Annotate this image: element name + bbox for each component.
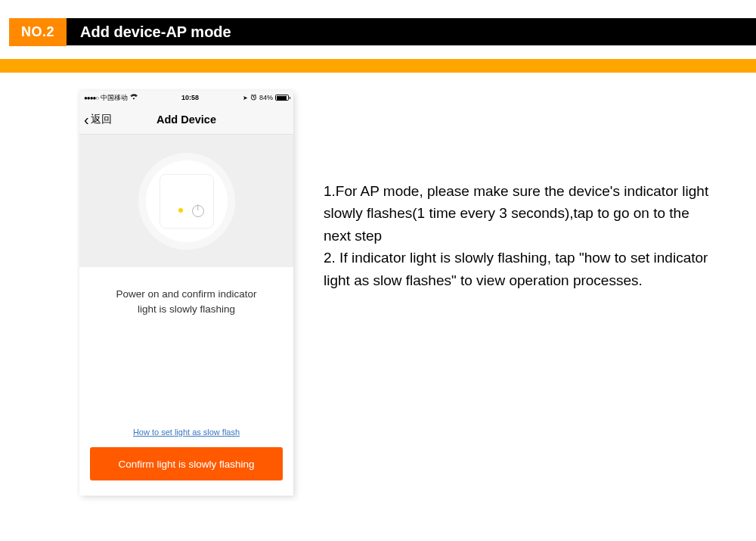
back-label: 返回 bbox=[91, 113, 112, 126]
chevron-left-icon: ‹ bbox=[84, 112, 89, 127]
battery-percent: 84% bbox=[259, 94, 273, 101]
status-time: 10:58 bbox=[181, 94, 199, 101]
instructions-text: 1.For AP mode, please make sure the devi… bbox=[324, 91, 756, 496]
prompt-text: Power on and confirm indicator light is … bbox=[79, 287, 293, 316]
section-title: Add device-AP mode bbox=[80, 23, 231, 41]
nav-bar: ‹ 返回 Add Device bbox=[79, 104, 293, 135]
ios-status-bar: ●●●●○ 中国移动 10:58 ➤ 84% bbox=[79, 91, 293, 104]
instruction-step-1: 1.For AP mode, please make sure the devi… bbox=[324, 180, 711, 247]
wifi-icon bbox=[130, 94, 138, 101]
carrier-label: 中国移动 bbox=[101, 93, 128, 103]
back-button[interactable]: ‹ 返回 bbox=[84, 112, 112, 127]
indicator-led-icon bbox=[178, 208, 183, 213]
alarm-icon bbox=[250, 94, 257, 102]
divider-bar bbox=[0, 59, 756, 73]
section-number-badge: NO.2 bbox=[9, 18, 67, 46]
nav-title: Add Device bbox=[156, 113, 216, 126]
battery-icon bbox=[275, 95, 289, 101]
instruction-step-2: 2. If indicator light is slowly flashing… bbox=[324, 247, 711, 291]
device-illustration bbox=[79, 135, 293, 267]
device-circle bbox=[138, 153, 235, 250]
howto-link[interactable]: How to set light as slow flash bbox=[79, 428, 293, 437]
power-icon bbox=[192, 205, 204, 217]
phone-mockup: ●●●●○ 中国移动 10:58 ➤ 84% ‹ 返回 Ad bbox=[79, 91, 293, 496]
location-icon: ➤ bbox=[243, 95, 248, 101]
section-header: NO.2 Add device-AP mode bbox=[9, 18, 756, 45]
phone-content-area: Power on and confirm indicator light is … bbox=[79, 267, 293, 496]
signal-dots-icon: ●●●●○ bbox=[84, 95, 98, 101]
confirm-button[interactable]: Confirm light is slowly flashing bbox=[90, 447, 283, 480]
smart-plug-icon bbox=[160, 174, 214, 229]
